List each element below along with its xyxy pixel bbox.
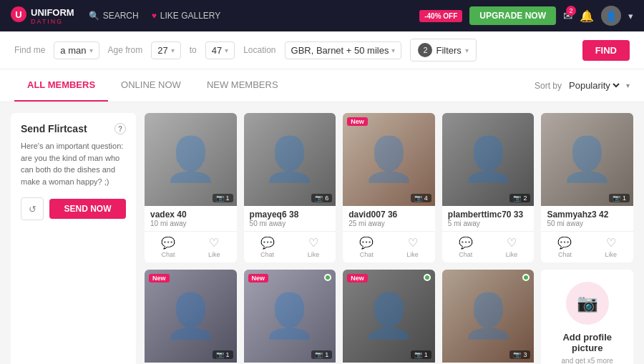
members-grid: 👤📷1vadex 4010 mi away💬Chat♡Like👤📷6pmayeq… <box>145 113 633 364</box>
member-distance: 50 mi away <box>250 220 331 227</box>
tab-all-members[interactable]: ALL MEMBERS <box>14 69 108 102</box>
location-select[interactable]: GBR, Barnet + 50 miles ▾ <box>285 41 402 59</box>
messages-button[interactable]: ✉ 2 <box>563 9 572 23</box>
search-nav[interactable]: 🔍 SEARCH <box>89 11 139 21</box>
heart-icon: ♡ <box>408 236 418 250</box>
chat-button[interactable]: 💬Chat <box>359 236 374 258</box>
photo-count: 📷1 <box>609 194 630 202</box>
age-from-select[interactable]: 27 ▾ <box>151 41 180 59</box>
chat-icon: 💬 <box>359 236 374 250</box>
send-now-button[interactable]: SEND NOW <box>49 199 126 219</box>
member-info: plamberttimc70 335 mi away <box>442 206 535 231</box>
member-photo-placeholder: 👤 <box>244 270 336 363</box>
filter-bar: Find me a man ▾ Age from 27 ▾ to 47 ▾ Lo… <box>0 31 644 69</box>
heart-icon: ♡ <box>507 236 517 250</box>
tab-online-now[interactable]: ONLINE NOW <box>108 69 194 102</box>
member-info: david007 3625 mi away <box>343 206 435 231</box>
chat-button[interactable]: 💬Chat <box>260 236 275 258</box>
sort-select[interactable]: Popularity Distance Newest <box>566 79 622 92</box>
member-distance: 10 mi away <box>150 220 231 227</box>
find-button[interactable]: FIND <box>582 40 630 61</box>
new-badge: New <box>347 117 368 126</box>
notifications-button[interactable]: 🔔 <box>580 9 594 23</box>
avatar-icon: 👤 <box>605 11 617 21</box>
refresh-button[interactable]: ↺ <box>21 197 44 220</box>
chevron-down-icon: ▾ <box>225 46 228 54</box>
tab-new-members[interactable]: NEW MEMBERS <box>194 69 291 102</box>
member-info: Sammyahz3 4250 mi away <box>541 206 633 231</box>
message-badge: 2 <box>566 6 576 16</box>
member-card[interactable]: 👤New📷1Akpux30 3410 mi away💬Chat♡Like <box>343 270 435 364</box>
age-to-select[interactable]: 47 ▾ <box>205 41 235 59</box>
photo-count: 📷2 <box>509 194 530 202</box>
chat-button[interactable]: 💬Chat <box>161 236 175 258</box>
member-actions: 💬Chat♡Like <box>343 231 435 262</box>
member-card[interactable]: 👤📷1Sammyahz3 4250 mi away💬Chat♡Like <box>541 113 633 262</box>
member-photo-placeholder: 👤 <box>343 113 435 206</box>
add-photo-card: 📷Add profile pictureand get x5 more mess… <box>541 270 633 364</box>
camera-icon: 📷 <box>577 293 598 313</box>
online-indicator <box>424 274 431 281</box>
new-badge: New <box>149 274 170 282</box>
member-photo-placeholder: 👤 <box>244 113 336 206</box>
filters-button[interactable]: 2 Filters ▾ <box>410 39 476 62</box>
member-card[interactable]: 👤📷3Shef69 2825 mi away💬Chat♡Like <box>442 270 535 364</box>
gender-select[interactable]: a man ▾ <box>54 41 99 59</box>
member-name: Sammyahz3 42 <box>547 210 628 220</box>
like-button[interactable]: ♡Like <box>605 236 617 258</box>
upgrade-button[interactable]: UPGRADE NOW <box>469 6 556 25</box>
member-actions: 💬Chat♡Like <box>145 231 237 262</box>
member-distance: 25 mi away <box>348 220 429 227</box>
tabs-bar: ALL MEMBERS ONLINE NOW NEW MEMBERS Sort … <box>0 69 644 102</box>
bell-icon: 🔔 <box>580 10 594 22</box>
chevron-down-icon: ▾ <box>171 46 175 54</box>
member-photo-placeholder: 👤 <box>343 270 435 363</box>
logo-text: UNIFORM DATING <box>31 7 74 25</box>
chevron-down-icon[interactable]: ▾ <box>628 11 633 21</box>
chat-button[interactable]: 💬Chat <box>459 236 473 258</box>
chat-icon: 💬 <box>459 236 473 250</box>
chevron-down-icon: ▾ <box>465 46 469 54</box>
header: U UNIFORM DATING 🔍 SEARCH ♥ LIKE GALLERY… <box>0 0 644 31</box>
member-card[interactable]: 👤📷6pmayeq6 3850 mi away💬Chat♡Like <box>244 113 336 262</box>
like-button[interactable]: ♡Like <box>406 236 419 258</box>
header-nav: 🔍 SEARCH ♥ LIKE GALLERY <box>89 11 406 21</box>
member-actions: 💬Chat♡Like <box>541 231 633 262</box>
main-content: Send Flirtcast ? Here's an important que… <box>0 102 644 364</box>
add-photo-text: and get x5 more messages from people <box>552 357 623 365</box>
logo[interactable]: U UNIFORM DATING <box>11 6 74 26</box>
member-photo-placeholder: 👤 <box>442 270 535 363</box>
member-photo-placeholder: 👤 <box>541 113 633 206</box>
location-label: Location <box>243 45 275 55</box>
chat-icon: 💬 <box>557 236 572 250</box>
avatar[interactable]: 👤 <box>601 6 621 26</box>
chevron-down-icon: ▾ <box>626 82 630 89</box>
find-me-label: Find me <box>14 45 45 55</box>
flirtcast-actions: ↺ SEND NOW <box>21 197 126 220</box>
help-icon[interactable]: ? <box>114 123 126 134</box>
member-photo-placeholder: 👤 <box>145 270 237 363</box>
member-actions: 💬Chat♡Like <box>442 231 535 262</box>
photo-count: 📷3 <box>509 350 530 359</box>
header-right: -40% OFF UPGRADE NOW ✉ 2 🔔 👤 ▾ <box>419 6 633 26</box>
heart-icon: ♡ <box>209 236 219 250</box>
age-to-label: to <box>190 45 197 55</box>
member-card[interactable]: 👤New📷1DinoB 4550 mi away💬Chat♡Like <box>244 270 336 364</box>
flirtcast-text: Here's an important question: are you th… <box>21 140 126 187</box>
chevron-down-icon: ▾ <box>89 46 93 54</box>
member-card[interactable]: 👤New📷1Lucky1 4225 mi away💬Chat♡Like <box>145 270 237 364</box>
like-button[interactable]: ♡Like <box>506 236 518 258</box>
member-card[interactable]: 👤📷1vadex 4010 mi away💬Chat♡Like <box>145 113 237 262</box>
chat-button[interactable]: 💬Chat <box>557 236 572 258</box>
member-name: david007 36 <box>348 210 429 220</box>
member-info: pmayeq6 3850 mi away <box>244 206 336 231</box>
member-card[interactable]: 👤📷2plamberttimc70 335 mi away💬Chat♡Like <box>442 113 535 262</box>
member-card[interactable]: 👤New📷4david007 3625 mi away💬Chat♡Like <box>343 113 435 262</box>
like-gallery-nav[interactable]: ♥ LIKE GALLERY <box>152 11 221 21</box>
member-photo-placeholder: 👤 <box>145 113 237 206</box>
refresh-icon: ↺ <box>29 204 36 215</box>
like-button[interactable]: ♡Like <box>308 236 320 258</box>
member-distance: 50 mi away <box>547 220 628 227</box>
discount-badge: -40% OFF <box>419 10 462 22</box>
like-button[interactable]: ♡Like <box>208 236 220 258</box>
